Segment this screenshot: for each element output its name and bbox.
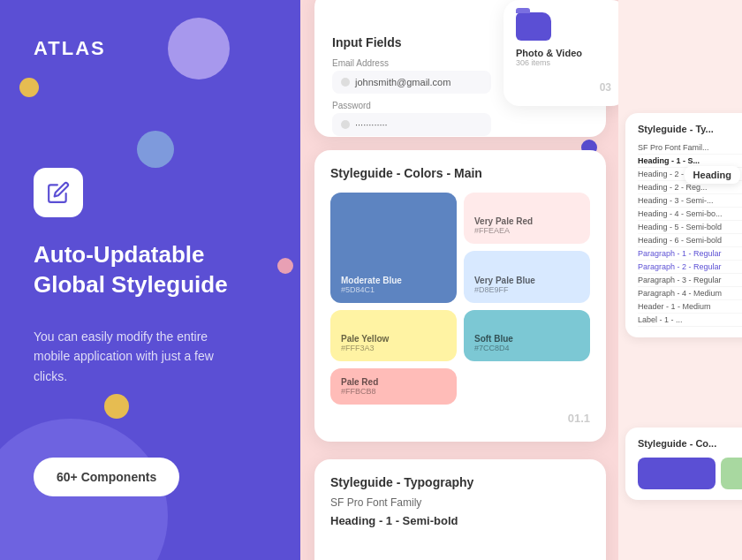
- lock-icon: [341, 120, 350, 129]
- colors-card: Styleguide - Colors - Main Moderate Blue…: [314, 150, 606, 442]
- typo-h6: Heading - 6 - Semi-bold: [638, 234, 742, 247]
- edit-icon-box: [34, 168, 83, 217]
- folder-icon: [516, 12, 551, 41]
- right-colors-card: Styleguide - Co...: [625, 428, 742, 500]
- typo-p3: Paragraph - 3 - Regular: [638, 274, 742, 287]
- decorative-circle-yellow: [19, 78, 39, 97]
- page-number-1: 03: [600, 81, 611, 94]
- typography-card-title: Styleguide - Typography: [330, 475, 590, 489]
- typo-h5: Heading - 5 - Semi-bold: [638, 221, 742, 234]
- color-name-very-pale-red: Very Pale Red: [474, 216, 579, 226]
- colors-card-title: Styleguide - Colors - Main: [330, 166, 590, 180]
- email-input-display: johnsmith@gmail.com: [332, 71, 491, 94]
- font-family-label: SF Pro Font Family: [330, 496, 590, 509]
- color-hex-pale-red: #FFBCB8: [341, 387, 446, 396]
- page-number-2: 01.1: [330, 412, 590, 425]
- color-hex-very-pale-red: #FFEAEA: [474, 226, 579, 235]
- right-typography-card-title: Styleguide - Ty...: [638, 124, 742, 134]
- photo-video-card: Photo & Video 306 items 03: [504, 0, 618, 106]
- edit-icon: [47, 181, 70, 204]
- color-very-pale-red: Very Pale Red #FFEAEA: [464, 193, 590, 244]
- typography-card: Styleguide - Typography SF Pro Font Fami…: [314, 459, 606, 560]
- color-hex-very-pale-blue: #D8E9FF: [474, 285, 579, 294]
- color-name-soft-blue: Soft Blue: [474, 334, 579, 344]
- typo-p1: Paragraph - 1 - Regular: [638, 247, 742, 261]
- email-icon: [341, 78, 350, 87]
- color-name-pale-red: Pale Red: [341, 377, 446, 387]
- typo-h4: Heading - 4 - Semi-bo...: [638, 208, 742, 221]
- password-input-display: ············: [332, 113, 491, 136]
- color-grid: Moderate Blue #5D84C1 Very Pale Red #FFE…: [330, 193, 590, 405]
- color-pale-red: Pale Red #FFBCB8: [330, 368, 457, 405]
- color-name-pale-yellow: Pale Yellow: [341, 334, 446, 344]
- photo-video-label: Photo & Video: [516, 48, 615, 58]
- color-pale-yellow: Pale Yellow #FFF3A3: [330, 310, 457, 361]
- sub-text: You can easily modify the entire mobile …: [34, 327, 228, 386]
- color-name-moderate-blue: Moderate Blue: [341, 276, 446, 285]
- right-color-grid: [638, 458, 742, 489]
- components-button[interactable]: 60+ Components: [34, 458, 179, 496]
- color-soft-blue: Soft Blue #7CC8D4: [464, 310, 590, 361]
- typo-header1: Header - 1 - Medium: [638, 300, 742, 314]
- decorative-circle-small-yellow: [104, 394, 129, 419]
- decorative-circle-pink: [277, 258, 293, 274]
- color-very-pale-blue: Very Pale Blue #D8E9FF: [464, 251, 590, 302]
- decorative-circle-blue: [137, 131, 174, 168]
- right-typography-card: Styleguide - Ty... SF Pro Font Famil... …: [625, 113, 742, 337]
- color-hex-soft-blue: #7CC8D4: [474, 344, 579, 352]
- photo-video-sub: 306 items: [516, 58, 615, 67]
- color-moderate-blue: Moderate Blue #5D84C1: [330, 193, 457, 303]
- right-color-purple: [638, 458, 716, 489]
- typo-p2: Paragraph - 2 - Regular: [638, 261, 742, 274]
- typo-sf-pro: SF Pro Font Famil...: [638, 141, 742, 155]
- color-hex-pale-yellow: #FFF3A3: [341, 344, 446, 352]
- decorative-circle-top-right: [168, 18, 230, 79]
- logo: ATLAS: [34, 37, 106, 60]
- typo-p4: Paragraph - 4 - Medium: [638, 287, 742, 300]
- color-name-very-pale-blue: Very Pale Blue: [474, 276, 579, 285]
- heading-demo: Heading - 1 - Semi-bold: [330, 514, 590, 527]
- right-color-green: [721, 458, 742, 489]
- typo-h3: Heading - 3 - Semi-...: [638, 194, 742, 208]
- password-row: Password ············: [332, 101, 588, 136]
- right-panel: Heading Styleguide - Ty... SF Pro Font F…: [618, 0, 742, 560]
- color-hex-moderate-blue: #5D84C1: [341, 285, 446, 294]
- left-panel: ATLAS Auto-Updatable Global Styleguide Y…: [0, 0, 300, 560]
- middle-panel: → Skip Input Fields Email Address johnsm…: [300, 0, 618, 560]
- heading-badge: Heading: [685, 166, 740, 184]
- typo-label1: Label - 1 - ...: [638, 314, 742, 327]
- main-title: Auto-Updatable Global Styleguide: [34, 240, 246, 300]
- right-colors-card-title: Styleguide - Co...: [638, 438, 742, 449]
